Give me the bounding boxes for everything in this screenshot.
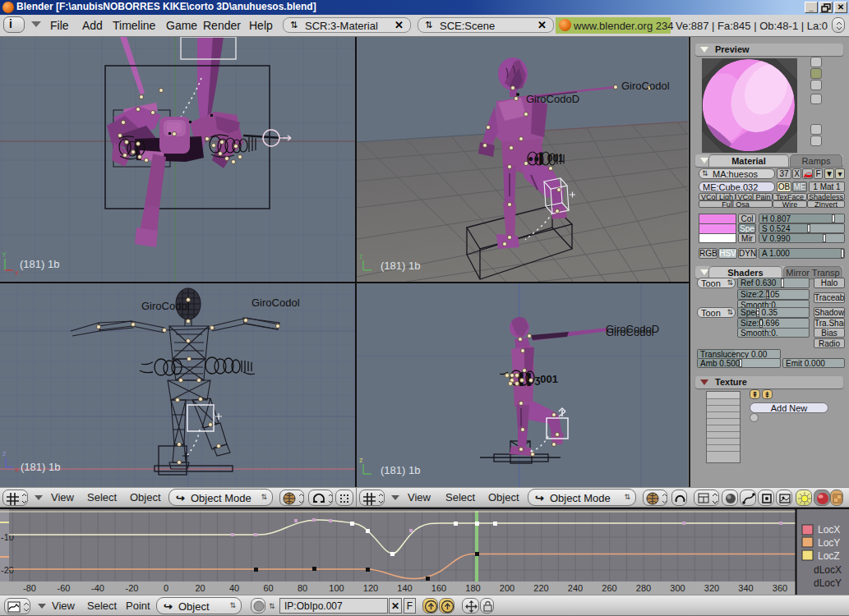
svg-text:dLocY: dLocY (814, 577, 842, 589)
svg-text:dLocX: dLocX (814, 564, 842, 576)
svg-text:40: 40 (229, 583, 239, 593)
svg-text:300: 300 (670, 583, 685, 593)
svg-text:60: 60 (263, 583, 273, 593)
svg-text:-80: -80 (23, 583, 36, 593)
svg-text:-20: -20 (1, 565, 14, 575)
svg-text:-40: -40 (91, 583, 104, 593)
svg-text:320: 320 (704, 583, 719, 593)
svg-text:z: z (359, 252, 363, 260)
svg-text:z: z (359, 456, 363, 464)
svg-text:0: 0 (164, 583, 168, 593)
svg-text:GiroCodol: GiroCodol (621, 80, 670, 92)
svg-text:x: x (15, 269, 19, 277)
svg-text:GiroCodol: GiroCodol (141, 300, 190, 312)
svg-text:z: z (2, 449, 7, 457)
svg-text:(181) 1b: (181) 1b (381, 260, 420, 272)
svg-text:x: x (15, 466, 19, 474)
svg-text:●●▍001: ●●▍001 (528, 152, 564, 165)
svg-text:160: 160 (431, 583, 446, 593)
svg-text:GiroCodol: GiroCodol (251, 297, 300, 309)
svg-text:80: 80 (298, 583, 307, 593)
svg-text:220: 220 (533, 583, 548, 593)
svg-text:-20: -20 (126, 583, 139, 593)
svg-text:Y: Y (2, 251, 7, 259)
svg-text:-60: -60 (58, 583, 71, 593)
svg-text:LocZ: LocZ (818, 550, 840, 562)
svg-text:GiroCodoD: GiroCodoD (526, 93, 579, 105)
svg-text:LocY: LocY (818, 537, 840, 549)
svg-text:360: 360 (773, 583, 787, 593)
svg-text:260: 260 (602, 583, 616, 593)
svg-text:(181) 1b: (181) 1b (381, 464, 420, 476)
svg-text:120: 120 (363, 583, 378, 593)
svg-text:(181) 1b: (181) 1b (21, 461, 60, 473)
svg-text:LocX: LocX (818, 524, 840, 536)
svg-text:▌▌ʒ001: ▌▌ʒ001 (519, 373, 558, 386)
svg-text:GiroCodol: GiroCodol (606, 326, 654, 338)
svg-text:340: 340 (738, 583, 753, 593)
svg-text:240: 240 (568, 583, 583, 593)
svg-text:280: 280 (636, 583, 651, 593)
svg-text:-10: -10 (1, 532, 14, 542)
svg-text:200: 200 (500, 583, 514, 593)
svg-text:(181) 1b: (181) 1b (20, 258, 59, 270)
svg-text:20: 20 (195, 583, 205, 593)
svg-text:180: 180 (465, 583, 480, 593)
svg-text:140: 140 (397, 583, 412, 593)
svg-text:100: 100 (329, 583, 344, 593)
